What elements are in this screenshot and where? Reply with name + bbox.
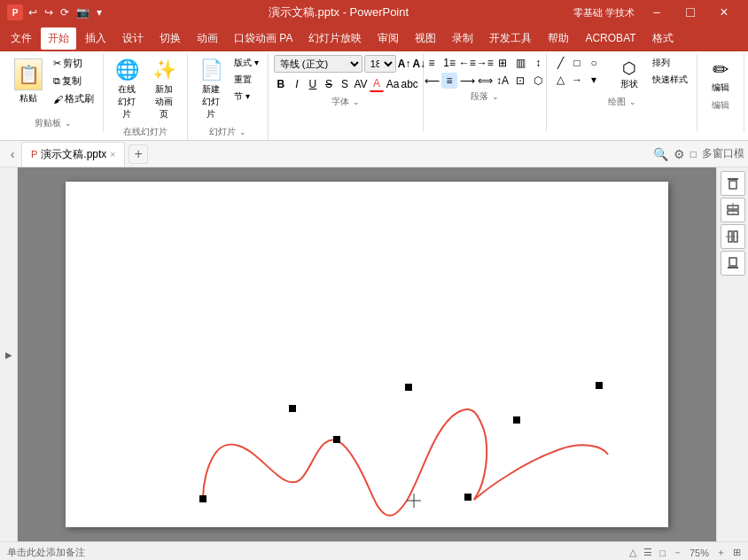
editing-btn[interactable]: ✏ 编辑 bbox=[703, 55, 738, 97]
menu-slideshow[interactable]: 幻灯片放映 bbox=[301, 27, 369, 50]
numbering-btn[interactable]: 1≡ bbox=[441, 55, 457, 71]
menu-view[interactable]: 视图 bbox=[408, 27, 443, 50]
zoom-level[interactable]: 75% bbox=[690, 548, 709, 558]
search-icon[interactable]: 🔍 bbox=[653, 147, 668, 161]
control-point-1[interactable] bbox=[199, 495, 206, 502]
increase-font-btn[interactable]: A↑ bbox=[398, 56, 411, 72]
align-right-btn[interactable]: ⟶ bbox=[459, 73, 475, 89]
shapes-btn[interactable]: ⬡ 形状 bbox=[613, 55, 645, 94]
text-direction-btn[interactable]: ↕A bbox=[495, 73, 510, 89]
slide-tab-active[interactable]: P 演示文稿.pptx × bbox=[21, 142, 125, 167]
copy-button[interactable]: ⧉ 复制 bbox=[50, 73, 97, 89]
font-name-select[interactable]: 等线 (正文) bbox=[274, 55, 362, 73]
center-horizontal-btn[interactable] bbox=[721, 198, 745, 222]
font-expand[interactable]: ⌄ bbox=[353, 97, 360, 106]
slides-panel-toggle[interactable]: ▶ bbox=[0, 167, 18, 541]
shape-rect[interactable]: □ bbox=[569, 55, 585, 71]
control-point-2[interactable] bbox=[289, 405, 296, 412]
qat-more[interactable]: ▾ bbox=[95, 6, 104, 19]
menu-transitions[interactable]: 切换 bbox=[152, 27, 188, 50]
multiwindow-label[interactable]: 多窗口模 bbox=[702, 146, 744, 161]
align-top-btn[interactable] bbox=[721, 171, 745, 196]
justify-btn[interactable]: ⟺ bbox=[477, 73, 493, 89]
window-icon[interactable]: □ bbox=[690, 148, 697, 160]
drawing-expand[interactable]: ⌄ bbox=[629, 97, 636, 106]
clear-format-btn[interactable]: abc bbox=[401, 76, 417, 92]
menu-insert[interactable]: 插入 bbox=[78, 27, 113, 50]
undo-btn[interactable]: ↩ bbox=[27, 6, 39, 19]
char-space-btn[interactable]: AV bbox=[354, 76, 368, 92]
screenshot-btn[interactable]: 📷 bbox=[74, 6, 91, 19]
control-point-5[interactable] bbox=[464, 494, 471, 501]
shape-triangle[interactable]: △ bbox=[552, 72, 568, 88]
settings-icon[interactable]: ⚙ bbox=[674, 147, 685, 161]
slide-layout-btn[interactable]: 版式 ▾ bbox=[230, 55, 262, 71]
bullets-btn[interactable]: ≡ bbox=[424, 55, 440, 71]
tab-close-btn[interactable]: × bbox=[110, 150, 115, 159]
redo-btn[interactable]: ↪ bbox=[43, 6, 55, 19]
fit-window-btn[interactable]: ⊞ bbox=[733, 547, 741, 558]
menu-animations[interactable]: 动画 bbox=[190, 27, 225, 50]
shape-oval[interactable]: ○ bbox=[586, 55, 602, 71]
decrease-indent-btn[interactable]: ←≡ bbox=[459, 55, 475, 71]
slide-canvas[interactable] bbox=[66, 182, 668, 527]
control-point-4[interactable] bbox=[405, 384, 412, 391]
menu-review[interactable]: 审阅 bbox=[370, 27, 406, 50]
shape-arrow[interactable]: → bbox=[569, 72, 585, 88]
increase-indent-btn[interactable]: →≡ bbox=[477, 55, 493, 71]
font-size-select[interactable]: 18 bbox=[364, 55, 396, 73]
smartart-btn[interactable]: ⊞ bbox=[495, 55, 510, 71]
columns-btn[interactable]: ▥ bbox=[512, 55, 528, 71]
align-center-btn[interactable]: ≡ bbox=[441, 73, 457, 89]
center-vertical-btn[interactable] bbox=[721, 224, 745, 249]
italic-btn[interactable]: I bbox=[290, 76, 304, 92]
quick-styles-btn[interactable]: 快速样式 bbox=[649, 72, 691, 88]
minimize-btn[interactable]: － bbox=[640, 0, 674, 25]
reset-slide-btn[interactable]: 重置 bbox=[230, 72, 262, 88]
auto-save-icon[interactable]: ⟳ bbox=[58, 6, 71, 19]
tab-nav-left[interactable]: ‹ bbox=[4, 145, 21, 163]
convert-smartart-btn[interactable]: ⬡ bbox=[530, 73, 546, 89]
menu-record[interactable]: 录制 bbox=[445, 27, 480, 50]
menu-file[interactable]: 文件 bbox=[4, 27, 39, 50]
shape-line[interactable]: ╱ bbox=[552, 55, 568, 71]
control-point-7[interactable] bbox=[596, 382, 603, 389]
font-case-btn[interactable]: Aa bbox=[386, 76, 400, 92]
shadow-btn[interactable]: S bbox=[338, 76, 352, 92]
section-btn[interactable]: 节 ▾ bbox=[230, 89, 262, 105]
paragraph-expand[interactable]: ⌄ bbox=[492, 92, 499, 101]
menu-help[interactable]: 帮助 bbox=[541, 27, 576, 50]
zoom-out-btn[interactable]: － bbox=[673, 546, 682, 559]
arrange-btn[interactable]: 排列 bbox=[649, 55, 691, 71]
bold-btn[interactable]: B bbox=[274, 76, 288, 92]
control-point-6[interactable] bbox=[513, 416, 520, 424]
format-painter-button[interactable]: 🖌 格式刷 bbox=[50, 90, 97, 107]
zoom-in-btn[interactable]: ＋ bbox=[716, 546, 726, 559]
control-point-3[interactable] bbox=[333, 436, 340, 443]
menu-pocketanim[interactable]: 口袋动画 PA bbox=[227, 27, 300, 50]
menu-acrobat[interactable]: ACROBAT bbox=[578, 28, 643, 48]
align-bottom-btn[interactable] bbox=[721, 251, 745, 276]
add-notes-label[interactable]: 单击此处添加备注 bbox=[7, 546, 85, 559]
new-animation-button[interactable]: ✨ 新加动画页 bbox=[146, 55, 182, 124]
line-spacing-btn[interactable]: ↕ bbox=[530, 55, 546, 71]
online-slide-button[interactable]: 🌐 在线幻灯片 bbox=[109, 55, 144, 124]
new-slide-button[interactable]: 📄 新建幻灯片 bbox=[193, 55, 229, 124]
restore-btn[interactable]: □ bbox=[674, 0, 707, 25]
underline-btn[interactable]: U bbox=[306, 76, 320, 92]
menu-format[interactable]: 格式 bbox=[645, 27, 681, 50]
align-left-btn[interactable]: ⟵ bbox=[424, 73, 440, 89]
strikethrough-btn[interactable]: S bbox=[322, 76, 336, 92]
menu-devtools[interactable]: 开发工具 bbox=[482, 27, 539, 50]
shape-more[interactable]: ▾ bbox=[586, 72, 602, 88]
slides-expand[interactable]: ⌄ bbox=[239, 128, 246, 136]
new-tab-btn[interactable]: + bbox=[129, 144, 148, 164]
cut-button[interactable]: ✂ 剪切 bbox=[50, 55, 97, 72]
menu-home[interactable]: 开始 bbox=[41, 27, 76, 50]
close-btn[interactable]: × bbox=[707, 0, 741, 25]
menu-design[interactable]: 设计 bbox=[115, 27, 151, 50]
text-align-btn[interactable]: ⊡ bbox=[512, 73, 528, 89]
clipboard-expand[interactable]: ⌄ bbox=[65, 119, 72, 128]
paste-button[interactable]: 📋 粘贴 bbox=[9, 55, 48, 108]
font-color-btn[interactable]: A bbox=[370, 76, 384, 92]
